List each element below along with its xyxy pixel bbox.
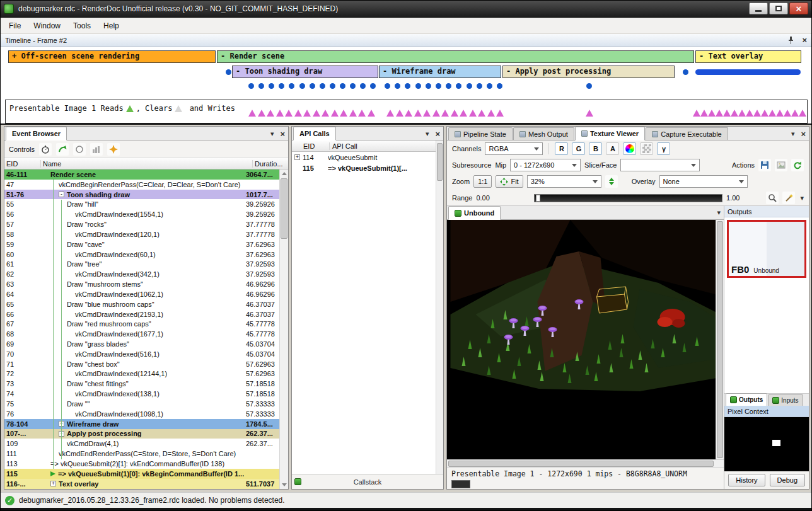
event-row[interactable]: 73Draw "chest fittings"57.18518 [4, 379, 279, 389]
pin-icon[interactable] [787, 36, 794, 44]
write-marker-triangle[interactable] [423, 110, 431, 117]
flip-y-icon[interactable] [605, 175, 618, 188]
event-row[interactable]: 72vkCmdDrawIndexed(12144,1)57.62963 [4, 369, 279, 379]
timeline-panel-header[interactable]: Timeline - Frame #2 [0, 34, 812, 47]
event-dot[interactable] [330, 83, 335, 89]
event-browser-scrollbar[interactable] [279, 169, 288, 489]
event-dot[interactable] [497, 83, 502, 89]
jump-to-event-icon[interactable] [56, 143, 69, 156]
event-row[interactable]: 71Draw "chest box"57.62963 [4, 359, 279, 369]
tab-mesh-output[interactable]: Mesh Output [513, 127, 574, 140]
write-marker-triangle[interactable] [716, 110, 723, 117]
event-row[interactable]: 116-...+Text overlay511.7037 [4, 479, 279, 489]
save-icon[interactable] [758, 159, 771, 171]
write-marker-triangle[interactable] [248, 110, 256, 117]
write-marker-triangle[interactable] [313, 110, 320, 117]
event-row[interactable]: 55Draw "hill"39.25926 [4, 199, 279, 209]
fb0-thumbnail[interactable]: FB0 Unbound [727, 220, 806, 278]
tab-unbound-texture[interactable]: Unbound [448, 206, 501, 220]
event-dot[interactable] [456, 83, 461, 89]
scrollbar-thumb[interactable] [437, 143, 443, 181]
write-marker-triangle[interactable] [746, 110, 753, 117]
chevron-down-icon[interactable] [426, 130, 429, 138]
write-marker-triangle[interactable] [700, 110, 708, 117]
bookmark-star-icon[interactable] [107, 143, 120, 156]
fit-button[interactable]: Fit [496, 175, 523, 188]
event-row[interactable]: 107-...-Apply post processing262.37... [4, 429, 279, 439]
column-eid[interactable]: EID [4, 160, 41, 168]
chevron-down-icon[interactable] [791, 130, 795, 138]
pixel-context-view[interactable] [724, 417, 809, 471]
event-row[interactable]: 51-76-Toon shading draw1017.7... [4, 190, 279, 200]
stats-icon[interactable] [90, 143, 103, 156]
write-marker-triangle[interactable] [731, 110, 738, 117]
write-marker-triangle[interactable] [761, 110, 768, 117]
minimize-button[interactable] [749, 3, 768, 14]
channel-green-button[interactable]: G [572, 142, 585, 155]
texture-image[interactable] [447, 220, 724, 459]
event-dot[interactable] [426, 83, 431, 89]
event-row[interactable]: 109vkCmdDraw(4,1)262.37... [4, 439, 279, 449]
event-dot[interactable] [299, 83, 305, 89]
write-marker-triangle[interactable] [768, 110, 776, 117]
write-marker-triangle[interactable] [396, 110, 403, 117]
timeline-blue-line[interactable] [695, 69, 801, 75]
magnifier-icon[interactable] [766, 192, 779, 204]
menu-item-help[interactable]: Help [97, 18, 125, 33]
range-slider[interactable] [534, 194, 722, 202]
event-dot[interactable] [360, 83, 366, 89]
title-bar[interactable]: debugmarker.rdc - RenderDoc Unofficial r… [0, 0, 812, 18]
event-row[interactable]: 78-104+Wireframe draw1784.5... [4, 419, 279, 429]
event-row[interactable]: 67Draw "red mushroom caps"45.77778 [4, 319, 279, 329]
write-marker-triangle[interactable] [441, 110, 449, 117]
event-dot[interactable] [310, 83, 315, 89]
write-marker-triangle[interactable] [723, 110, 731, 117]
event-dot[interactable] [269, 83, 274, 89]
event-row[interactable]: 115=> vkQueueSubmit(1)[0]: vkBeginComman… [4, 469, 279, 479]
event-row[interactable]: 74vkCmdDrawIndexed(138,1)57.18518 [4, 389, 279, 399]
clock-icon[interactable] [73, 143, 86, 156]
tab-pipeline-state[interactable]: Pipeline State [448, 127, 513, 140]
channels-combo[interactable]: RGBA [485, 142, 543, 155]
event-row[interactable]: 111vkCmdEndRenderPass(C=Store, D=Store, … [4, 449, 279, 459]
zoom-1-1-button[interactable]: 1:1 [473, 175, 492, 188]
event-row[interactable]: 59Draw "cave"37.62963 [4, 239, 279, 250]
channel-red-button[interactable]: R [555, 142, 568, 155]
texture-vscrollbar[interactable] [716, 220, 724, 459]
close-panel-icon[interactable] [801, 129, 806, 139]
api-call-row[interactable]: 115=> vkQueueSubmit(1)[... [292, 163, 436, 173]
expander-icon[interactable]: + [294, 154, 300, 160]
tab-inputs[interactable]: Inputs [768, 394, 803, 406]
timeline-bar[interactable]: - Toon shading draw [232, 66, 378, 78]
event-dot[interactable] [436, 83, 441, 89]
write-marker-triangle[interactable] [693, 110, 700, 117]
write-marker-triangle[interactable] [451, 110, 458, 117]
callstack-section[interactable]: Callstack [292, 474, 443, 489]
maximize-button[interactable] [769, 3, 788, 14]
write-marker-triangle[interactable] [738, 110, 746, 117]
write-marker-triangle[interactable] [276, 110, 284, 117]
tab-event-browser[interactable]: Event Browser [6, 127, 67, 141]
gamma-button[interactable]: γ [657, 142, 670, 155]
overflow-chevron-icon[interactable] [800, 194, 804, 202]
write-marker-triangle[interactable] [753, 110, 761, 117]
write-marker-triangle[interactable] [708, 110, 716, 117]
event-row[interactable]: 113=> vkQueueSubmit(2)[1]: vkEndCommandB… [4, 459, 279, 469]
column-api-call[interactable]: API Call [330, 142, 443, 150]
texture-hscrollbar[interactable] [447, 459, 724, 468]
chevron-down-icon[interactable] [270, 130, 274, 138]
write-marker-triangle[interactable] [267, 110, 274, 117]
debug-button[interactable]: Debug [770, 474, 805, 486]
expander-icon[interactable]: + [50, 481, 56, 486]
write-marker-triangle[interactable] [386, 110, 394, 117]
event-dot[interactable] [289, 83, 294, 89]
event-row[interactable]: 47vkCmdBeginRenderPass(C=Clear, D=Clear,… [4, 180, 279, 190]
scrollbar-thumb[interactable] [448, 461, 714, 467]
close-window-button[interactable] [789, 3, 808, 14]
event-row[interactable]: 70vkCmdDrawIndexed(516,1)45.03704 [4, 349, 279, 359]
write-marker-triangle[interactable] [322, 110, 329, 117]
event-dot[interactable] [320, 83, 325, 89]
write-marker-triangle[interactable] [405, 110, 412, 117]
write-marker-triangle[interactable] [487, 110, 495, 117]
zoom-combo[interactable]: 32% [527, 175, 601, 188]
